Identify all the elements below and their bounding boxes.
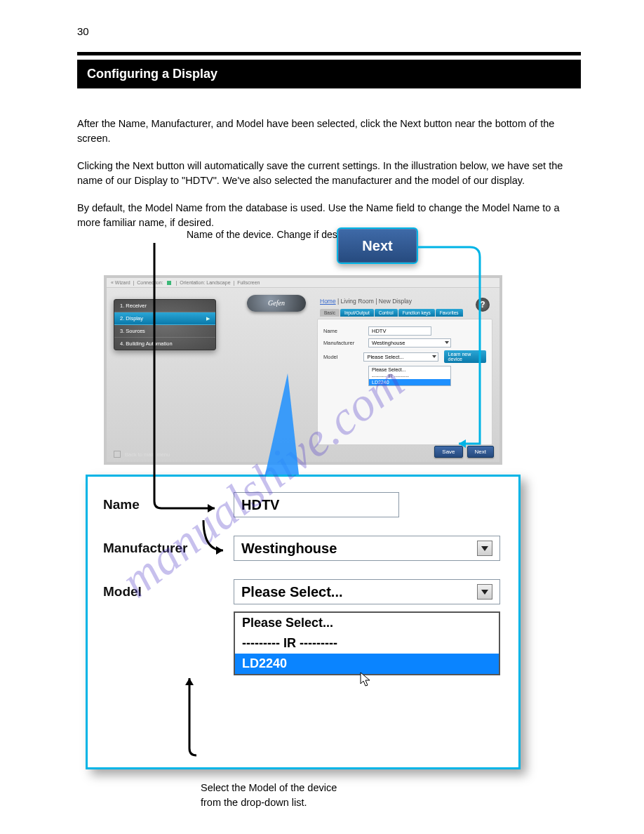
manufacturer-select[interactable]: Westinghouse — [368, 338, 451, 348]
zoom-label-name: Name — [103, 497, 221, 512]
learn-device-button[interactable]: Learn new device — [444, 350, 486, 363]
option-please-select[interactable]: Please Select... — [369, 366, 450, 373]
mini-form: Name HDTV Manufacturer Westinghouse Mode… — [317, 319, 492, 445]
zoom-dropdown-list[interactable]: Please Select... --------- IR --------- … — [234, 611, 500, 675]
option-ld2240[interactable]: LD2240 — [369, 379, 450, 385]
sidebar-item-display[interactable]: 2. Display▶ — [114, 312, 215, 325]
zoom-name-input[interactable]: HDTV — [234, 492, 399, 517]
option-ir-divider: --------- IR --------- — [369, 373, 450, 379]
annotation-text: Name of the device. Change if desired. — [187, 229, 356, 240]
zoom-label-manufacturer: Manufacturer — [103, 541, 221, 556]
page-number: 30 — [77, 25, 89, 37]
divider — [77, 52, 581, 55]
zoom-label-model: Model — [103, 584, 221, 600]
next-callout-chip: Next — [337, 227, 418, 264]
paragraph: By default, the Model Name from the data… — [77, 201, 581, 230]
brand-logo: Gefen — [247, 295, 306, 312]
section-header: Configuring a Display — [77, 60, 581, 88]
model-select[interactable]: Please Select... — [363, 352, 438, 362]
label-name: Name — [323, 328, 363, 334]
sidebar-item-building[interactable]: 4. Building Automation — [114, 338, 215, 350]
zoom-option-ir: --------- IR --------- — [235, 633, 499, 654]
zoom-option-ld2240[interactable]: LD2240 — [235, 654, 499, 674]
tab-control[interactable]: Control — [375, 309, 398, 317]
zoom-manufacturer-select[interactable]: Westinghouse — [234, 536, 500, 561]
status-dot-icon — [167, 281, 171, 285]
mini-tabs: Basic Input/Output Control Function keys… — [320, 309, 463, 317]
label-model: Model — [323, 354, 358, 360]
back-to-main[interactable]: Back to main menu — [114, 451, 170, 458]
breadcrumb-home[interactable]: Home — [320, 298, 336, 305]
breadcrumb: Home | Living Room | New Display — [320, 298, 412, 305]
bottom-annotation: Select the Model of the device from the … — [201, 781, 581, 810]
zoom-panel: Name HDTV Manufacturer Westinghouse Mode… — [86, 475, 521, 769]
chevron-down-icon — [477, 541, 492, 556]
label-manufacturer: Manufacturer — [323, 340, 363, 346]
paragraph: Clicking the Next button will automatica… — [77, 159, 581, 188]
back-icon — [114, 451, 121, 458]
chevron-down-icon — [477, 584, 492, 600]
sidebar-item-receiver[interactable]: 1. Receiver — [114, 300, 215, 312]
mini-topbar: « Wizard | Connection: | Orientation: La… — [107, 278, 499, 288]
zoom-model-select[interactable]: Please Select... — [234, 579, 500, 604]
mini-sidebar: 1. Receiver 2. Display▶ 3. Sources 4. Bu… — [114, 299, 216, 350]
next-button[interactable]: Next — [467, 446, 494, 458]
model-dropdown-list[interactable]: Please Select... --------- IR --------- … — [368, 366, 451, 386]
help-icon[interactable]: ? — [476, 298, 490, 312]
tab-function[interactable]: Function keys — [398, 309, 435, 317]
chevron-right-icon: ▶ — [206, 316, 210, 322]
topbar-orient: Orientation: Landscape — [180, 280, 230, 285]
tab-fav[interactable]: Favorites — [436, 309, 463, 317]
tab-io[interactable]: Input/Output — [340, 309, 374, 317]
paragraph: After the Name, Manufacturer, and Model … — [77, 117, 581, 146]
tab-basic[interactable]: Basic — [320, 309, 340, 317]
sidebar-item-sources[interactable]: 3. Sources — [114, 325, 215, 338]
save-button[interactable]: Save — [434, 446, 462, 458]
name-input[interactable]: HDTV — [368, 326, 431, 336]
topbar-full: Fullscreen — [237, 280, 260, 285]
mini-screenshot: « Wizard | Connection: | Orientation: La… — [104, 275, 502, 465]
topbar-conn: Connection: — [137, 280, 163, 285]
zoom-option-please[interactable]: Please Select... — [235, 613, 499, 633]
topbar-wizard: « Wizard — [111, 280, 130, 285]
